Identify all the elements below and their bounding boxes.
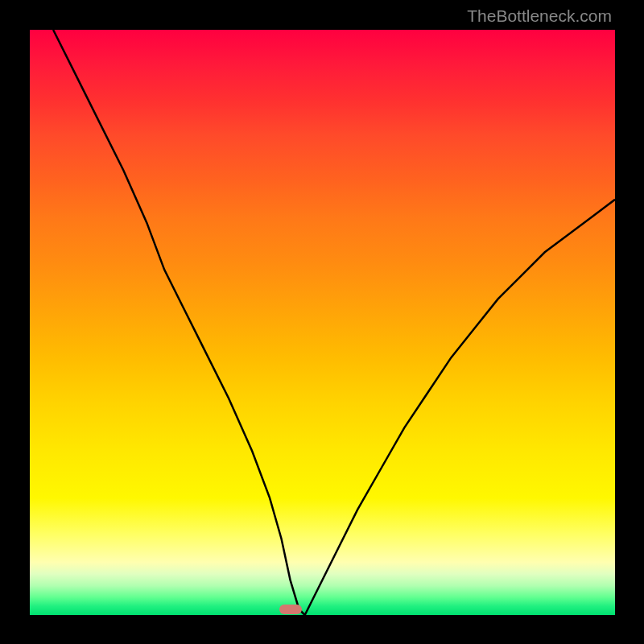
chart-container: TheBottleneck.com	[0, 0, 644, 644]
optimal-point-marker	[279, 605, 302, 614]
bottleneck-curve	[30, 30, 615, 615]
plot-area	[30, 30, 615, 615]
watermark-text: TheBottleneck.com	[467, 6, 612, 26]
